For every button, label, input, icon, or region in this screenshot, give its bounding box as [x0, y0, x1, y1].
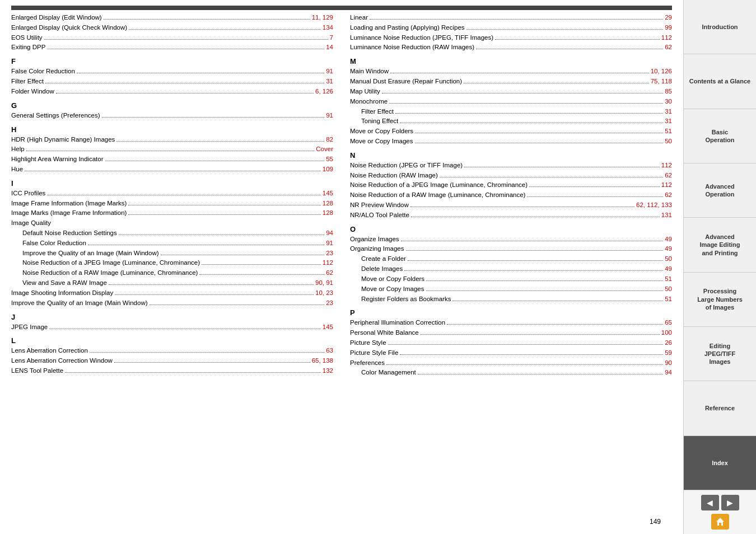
entry-dots: [415, 133, 663, 133]
entry-dots: [47, 195, 320, 195]
entry-dots: [119, 235, 324, 235]
list-item: Register Folders as Bookmarks51: [350, 294, 672, 305]
sidebar-item-advanced-operation[interactable]: Advanced Operation: [684, 163, 756, 218]
list-item: Noise Reduction of a JPEG Image (Luminan…: [350, 180, 672, 190]
entry-text: Color Management: [361, 368, 416, 378]
entry-text: Move or Copy Images: [361, 284, 424, 294]
next-button[interactable]: ▶: [721, 495, 739, 510]
sidebar-item-contents-at-a-glance[interactable]: Contents at a Glance: [684, 54, 756, 109]
entry-dots: [389, 103, 663, 104]
list-item: Image Shooting Information Display10, 23: [11, 288, 333, 298]
entry-dots: [150, 305, 325, 305]
entry-text: False Color Reduction: [22, 238, 86, 249]
entry-page: 91: [326, 238, 333, 249]
sidebar-item-reference[interactable]: Reference: [684, 381, 756, 435]
entry-dots: [65, 372, 321, 373]
section-letter-i: I: [11, 179, 333, 188]
entry-page: 112: [323, 258, 333, 268]
entry-text: Map Utility: [350, 87, 380, 97]
entry-page: 51: [665, 294, 672, 305]
prev-button[interactable]: ◀: [701, 495, 719, 510]
entry-text: Move or Copy Folders: [361, 274, 424, 284]
entry-text: Main Window: [350, 67, 389, 77]
entry-dots: [128, 205, 320, 205]
entry-text: Noise Reduction of a RAW Image (Luminanc…: [350, 190, 525, 200]
entry-text: Lens Aberration Correction Window: [11, 356, 113, 366]
entry-dots: [104, 19, 310, 20]
entry-dots: [400, 123, 663, 123]
home-button[interactable]: [711, 514, 729, 530]
entry-page: 134: [323, 23, 333, 33]
list-item: NR/ALO Tool Palette131: [350, 210, 672, 221]
list-item: Move or Copy Folders51: [350, 274, 672, 284]
entry-text: Toning Effect: [361, 116, 398, 127]
sidebar-item-basic-operation[interactable]: Basic Operation: [684, 109, 756, 163]
list-item: Highlight Area Warning Indicator55: [11, 154, 333, 165]
entry-dots: [408, 260, 663, 261]
entry-page: 49: [665, 264, 672, 274]
entry-page: 128: [323, 199, 333, 209]
list-item: NR Preview Window62, 112, 133: [350, 200, 672, 210]
entry-page: 23: [326, 249, 333, 259]
entry-page: 51: [665, 274, 672, 284]
entry-dots: [109, 284, 314, 285]
entry-text: Lens Aberration Correction: [11, 346, 88, 356]
entry-text: Exiting DPP: [11, 43, 45, 53]
entry-dots: [440, 177, 663, 177]
sidebar-bottom: ◀ ▶: [684, 490, 756, 534]
entry-text: Delete Images: [361, 264, 403, 274]
entry-text: Linear: [350, 13, 368, 23]
home-icon: [715, 517, 725, 527]
entry-text: Hue: [11, 165, 23, 175]
entry-dots: [390, 73, 649, 73]
entry-page: 49: [665, 235, 672, 245]
entry-dots: [401, 241, 664, 241]
entry-text: Noise Reduction (RAW Image): [350, 171, 438, 181]
section-letter-h: H: [11, 125, 333, 134]
sidebar-item-editing-jpegtiff-images[interactable]: Editing JPEG/TIFF Images: [684, 327, 756, 381]
entry-text: Luminance Noise Reduction (RAW Images): [350, 43, 474, 53]
entry-page: 6, 126: [315, 87, 333, 97]
entry-page: 55: [326, 154, 333, 165]
entry-page: 10, 126: [651, 67, 672, 77]
entry-page: 94: [326, 228, 333, 238]
entry-page: 23: [326, 298, 333, 308]
list-item: Color Management94: [350, 368, 672, 378]
list-item: Main Window10, 126: [350, 67, 672, 77]
list-item: Map Utility85: [350, 87, 672, 97]
list-item: Manual Dust Erasure (Repair Function)75,…: [350, 77, 672, 87]
sidebar-item-advanced-image-editing-and-printing[interactable]: Advanced Image Editing and Printing: [684, 218, 756, 272]
entry-page: 7: [330, 33, 333, 43]
left-column: Enlarged Display (Edit Window)11, 129Enl…: [11, 13, 333, 515]
list-item: Lens Aberration Correction63: [11, 346, 333, 356]
entry-dots: [529, 186, 660, 187]
entry-text: Enlarged Display (Edit Window): [11, 13, 102, 23]
entry-text: Noise Reduction (JPEG or TIFF Image): [350, 161, 463, 171]
list-item: Picture Style File59: [350, 348, 672, 358]
entry-page: 31: [665, 107, 672, 117]
entry-page: 29: [665, 13, 672, 23]
list-item: Folder Window6, 126: [11, 87, 333, 97]
sidebar-item-introduction[interactable]: Introduction: [684, 0, 756, 54]
entry-page: 31: [326, 77, 333, 87]
sidebar-item-processing-large-numbers-of-images[interactable]: Processing Large Numbers of Images: [684, 273, 756, 327]
entry-text: Picture Style File: [350, 348, 398, 358]
entry-dots: [202, 264, 321, 265]
sidebar-item-index[interactable]: Index: [684, 436, 756, 490]
entry-text: LENS Tool Palette: [11, 366, 63, 376]
list-item: False Color Reduction91: [11, 67, 333, 77]
entry-dots: [25, 171, 321, 171]
entry-dots: [129, 29, 321, 30]
entry-dots: [49, 329, 321, 329]
list-item: Move or Copy Images50: [350, 137, 672, 147]
entry-text: Image Quality: [11, 218, 51, 228]
entry-page: 50: [665, 284, 672, 294]
list-item: Image Frame Information (Image Marks)128: [11, 199, 333, 209]
top-bar: [11, 6, 672, 10]
entry-dots: [90, 352, 324, 353]
list-item: Organizing Images49: [350, 244, 672, 254]
entry-page: 94: [665, 368, 672, 378]
entry-page: 10, 23: [315, 288, 333, 298]
entry-text: HDR (High Dynamic Range) Images: [11, 135, 115, 145]
entry-text: Loading and Pasting (Applying) Recipes: [350, 23, 465, 33]
